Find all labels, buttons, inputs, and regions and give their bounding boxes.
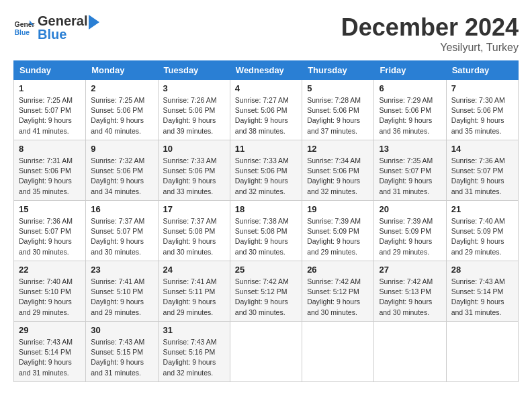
day-number-16: 16 [91,204,152,214]
day-info-18: Sunrise: 7:38 AM Sunset: 5:08 PM Dayligh… [235,216,297,257]
day-number-13: 13 [379,144,441,154]
day-number-14: 14 [451,144,513,154]
day-cell-24: 24 Sunrise: 7:41 AM Sunset: 5:11 PM Dayl… [158,261,230,322]
day-number-23: 23 [91,265,152,275]
day-cell-20: 20 Sunrise: 7:39 AM Sunset: 5:09 PM Dayl… [374,201,446,261]
day-info-26: Sunrise: 7:42 AM Sunset: 5:12 PM Dayligh… [307,277,369,318]
day-cell-1: 1 Sunrise: 7:25 AM Sunset: 5:07 PM Dayli… [14,80,86,140]
week-row-2: 8 Sunrise: 7:31 AM Sunset: 5:06 PM Dayli… [14,140,519,201]
day-info-22: Sunrise: 7:40 AM Sunset: 5:10 PM Dayligh… [19,277,81,318]
day-info-1: Sunrise: 7:25 AM Sunset: 5:07 PM Dayligh… [19,95,81,136]
day-info-13: Sunrise: 7:35 AM Sunset: 5:07 PM Dayligh… [379,156,441,197]
svg-text:Blue: Blue [15,28,30,36]
day-number-22: 22 [19,265,81,275]
day-number-11: 11 [235,144,297,154]
day-cell-27: 27 Sunrise: 7:42 AM Sunset: 5:13 PM Dayl… [374,261,446,322]
day-info-11: Sunrise: 7:33 AM Sunset: 5:06 PM Dayligh… [235,156,297,197]
day-cell-29: 29 Sunrise: 7:43 AM Sunset: 5:14 PM Dayl… [14,322,86,382]
day-cell-25: 25 Sunrise: 7:42 AM Sunset: 5:12 PM Dayl… [230,261,302,322]
day-cell-28: 28 Sunrise: 7:43 AM Sunset: 5:14 PM Dayl… [446,261,518,322]
day-info-14: Sunrise: 7:36 AM Sunset: 5:07 PM Dayligh… [451,156,513,197]
day-number-30: 30 [91,325,152,335]
day-number-25: 25 [235,265,297,275]
title-area: December 2024 Yesilyurt, Turkey [341,13,519,54]
day-cell-14: 14 Sunrise: 7:36 AM Sunset: 5:07 PM Dayl… [446,140,518,201]
day-number-5: 5 [307,83,369,93]
day-number-3: 3 [163,83,225,93]
day-cell-2: 2 Sunrise: 7:25 AM Sunset: 5:06 PM Dayli… [86,80,158,140]
day-cell-15: 15 Sunrise: 7:36 AM Sunset: 5:07 PM Dayl… [14,201,86,261]
day-info-27: Sunrise: 7:42 AM Sunset: 5:13 PM Dayligh… [379,277,441,318]
day-info-4: Sunrise: 7:27 AM Sunset: 5:06 PM Dayligh… [235,95,297,136]
day-info-19: Sunrise: 7:39 AM Sunset: 5:09 PM Dayligh… [307,216,369,257]
day-info-12: Sunrise: 7:34 AM Sunset: 5:06 PM Dayligh… [307,156,369,197]
day-info-2: Sunrise: 7:25 AM Sunset: 5:06 PM Dayligh… [91,95,152,136]
header-sunday: Sunday [14,61,86,80]
header-wednesday: Wednesday [230,61,302,80]
day-number-26: 26 [307,265,369,275]
day-number-4: 4 [235,83,297,93]
header-tuesday: Tuesday [158,61,230,80]
header-friday: Friday [374,61,446,80]
header-saturday: Saturday [446,61,518,80]
day-number-18: 18 [235,204,297,214]
day-number-24: 24 [163,265,225,275]
header-thursday: Thursday [302,61,374,80]
weekday-header-row: Sunday Monday Tuesday Wednesday Thursday… [14,61,519,80]
logo-triangle [87,13,101,31]
day-cell-6: 6 Sunrise: 7:29 AM Sunset: 5:06 PM Dayli… [374,80,446,140]
day-number-2: 2 [91,83,152,93]
week-row-4: 22 Sunrise: 7:40 AM Sunset: 5:10 PM Dayl… [14,261,519,322]
day-number-21: 21 [451,204,513,214]
day-info-29: Sunrise: 7:43 AM Sunset: 5:14 PM Dayligh… [19,337,81,378]
day-number-1: 1 [19,83,81,93]
week-row-3: 15 Sunrise: 7:36 AM Sunset: 5:07 PM Dayl… [14,201,519,261]
day-cell-9: 9 Sunrise: 7:32 AM Sunset: 5:06 PM Dayli… [86,140,158,201]
day-number-28: 28 [451,265,513,275]
day-info-7: Sunrise: 7:30 AM Sunset: 5:06 PM Dayligh… [451,95,513,136]
day-cell-16: 16 Sunrise: 7:37 AM Sunset: 5:07 PM Dayl… [86,201,158,261]
page-header: General Blue General Blue December 2024 … [13,13,519,54]
svg-marker-3 [89,15,99,30]
day-number-27: 27 [379,265,441,275]
day-number-9: 9 [91,144,152,154]
day-number-17: 17 [163,204,225,214]
day-cell-12: 12 Sunrise: 7:34 AM Sunset: 5:06 PM Dayl… [302,140,374,201]
day-number-12: 12 [307,144,369,154]
day-number-19: 19 [307,204,369,214]
header-monday: Monday [86,61,158,80]
day-cell-13: 13 Sunrise: 7:35 AM Sunset: 5:07 PM Dayl… [374,140,446,201]
day-cell-19: 19 Sunrise: 7:39 AM Sunset: 5:09 PM Dayl… [302,201,374,261]
day-info-30: Sunrise: 7:43 AM Sunset: 5:15 PM Dayligh… [91,337,152,378]
logo-icon: General Blue [13,17,35,39]
empty-cell [446,322,518,382]
day-cell-22: 22 Sunrise: 7:40 AM Sunset: 5:10 PM Dayl… [14,261,86,322]
day-cell-10: 10 Sunrise: 7:33 AM Sunset: 5:06 PM Dayl… [158,140,230,201]
day-cell-5: 5 Sunrise: 7:28 AM Sunset: 5:06 PM Dayli… [302,80,374,140]
day-info-28: Sunrise: 7:43 AM Sunset: 5:14 PM Dayligh… [451,277,513,318]
day-number-6: 6 [379,83,441,93]
day-info-20: Sunrise: 7:39 AM Sunset: 5:09 PM Dayligh… [379,216,441,257]
day-cell-21: 21 Sunrise: 7:40 AM Sunset: 5:09 PM Dayl… [446,201,518,261]
empty-cell [302,322,374,382]
empty-cell [230,322,302,382]
day-cell-17: 17 Sunrise: 7:37 AM Sunset: 5:08 PM Dayl… [158,201,230,261]
day-info-21: Sunrise: 7:40 AM Sunset: 5:09 PM Dayligh… [451,216,513,257]
empty-cell [374,322,446,382]
day-number-31: 31 [163,325,225,335]
day-info-10: Sunrise: 7:33 AM Sunset: 5:06 PM Dayligh… [163,156,225,197]
day-cell-26: 26 Sunrise: 7:42 AM Sunset: 5:12 PM Dayl… [302,261,374,322]
day-number-8: 8 [19,144,81,154]
day-info-31: Sunrise: 7:43 AM Sunset: 5:16 PM Dayligh… [163,337,225,378]
day-cell-18: 18 Sunrise: 7:38 AM Sunset: 5:08 PM Dayl… [230,201,302,261]
day-cell-31: 31 Sunrise: 7:43 AM Sunset: 5:16 PM Dayl… [158,322,230,382]
week-row-1: 1 Sunrise: 7:25 AM Sunset: 5:07 PM Dayli… [14,80,519,140]
day-number-29: 29 [19,325,81,335]
svg-text:General: General [15,21,35,28]
day-number-10: 10 [163,144,225,154]
day-info-24: Sunrise: 7:41 AM Sunset: 5:11 PM Dayligh… [163,277,225,318]
calendar-table: Sunday Monday Tuesday Wednesday Thursday… [13,60,519,382]
month-title: December 2024 [341,13,519,42]
day-info-8: Sunrise: 7:31 AM Sunset: 5:06 PM Dayligh… [19,156,81,197]
day-info-5: Sunrise: 7:28 AM Sunset: 5:06 PM Dayligh… [307,95,369,136]
